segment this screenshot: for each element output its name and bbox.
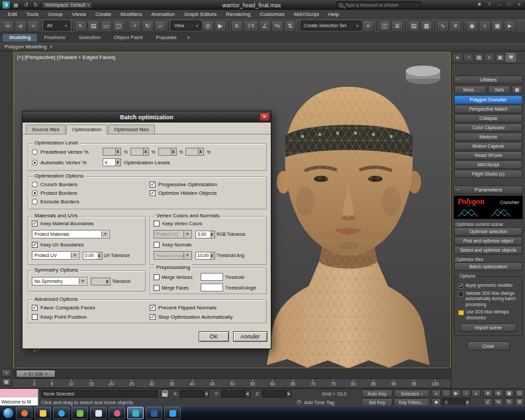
previous-frame-icon[interactable]: ‹	[442, 390, 451, 397]
tab-populate[interactable]: Populate	[149, 34, 183, 42]
pick-and-optimize-button[interactable]: Pick and optimize object	[454, 236, 522, 245]
menu-group[interactable]: Group	[43, 11, 67, 17]
merge-vertices-input[interactable]	[201, 273, 223, 281]
optimize-hidden-checkbox[interactable]	[150, 190, 156, 196]
dialog-close-icon[interactable]: ×	[260, 113, 269, 121]
menu-views[interactable]: Views	[68, 11, 91, 17]
dialog-titlebar[interactable]: Batch optimization ×	[23, 111, 271, 123]
spinner[interactable]	[144, 148, 149, 156]
utility-measure[interactable]: Measure	[454, 132, 522, 141]
select-and-link-icon[interactable]: ∞	[2, 20, 14, 32]
spinner[interactable]	[116, 158, 121, 166]
spinner[interactable]	[105, 278, 111, 286]
predefined-value-3[interactable]	[158, 148, 171, 156]
sets-button[interactable]: Sets	[488, 85, 510, 94]
save-icon[interactable]: ▦	[12, 3, 20, 8]
3dsmax-taskbar-icon[interactable]	[127, 407, 144, 419]
menu-create[interactable]: Create	[91, 11, 116, 17]
media-player-icon[interactable]	[53, 407, 70, 419]
render-production-icon[interactable]: ►	[504, 20, 516, 32]
more-button[interactable]: More...	[454, 85, 487, 94]
menu-graph-editors[interactable]: Graph Editors	[179, 11, 221, 17]
x-coordinate-input[interactable]	[183, 392, 204, 396]
window-crossing-icon[interactable]: ◫	[113, 20, 124, 32]
x-coordinate-field[interactable]	[180, 390, 209, 397]
keep-point-position-checkbox[interactable]	[32, 314, 38, 320]
material-editor-icon[interactable]: ◉	[466, 20, 478, 32]
validate-dialogs-row[interactable]: Validate 3DS Max dialogs automatically d…	[458, 291, 518, 307]
symmetry-tolerance-input[interactable]	[91, 278, 107, 286]
keep-normals-checkbox[interactable]	[154, 242, 160, 248]
time-slider-next-icon[interactable]: ►	[45, 372, 48, 376]
cancel-button[interactable]: Annuler	[233, 331, 267, 342]
utility-flight-studio[interactable]: Flight Studio (c)	[454, 170, 522, 178]
protect-vc-dropdown[interactable]: Protect VC	[154, 230, 192, 238]
utilities-config-icon[interactable]: ▦	[512, 85, 522, 94]
prevent-flipped-normals-checkbox[interactable]	[150, 305, 156, 311]
redo-icon[interactable]: ↻	[32, 3, 40, 8]
select-and-optimize-button[interactable]: Select and optimize objects	[454, 246, 522, 254]
maximize-icon[interactable]: □	[505, 2, 513, 7]
selection-filter-dropdown[interactable]: All	[44, 21, 70, 30]
reference-coordinate-dropdown[interactable]: View	[171, 21, 201, 30]
use-bitmaps-row[interactable]: Use 3DS Max bitmaps directories	[458, 309, 518, 321]
select-and-move-icon[interactable]: +	[129, 20, 141, 32]
utility-perspective-match[interactable]: Perspective Match	[454, 105, 522, 113]
keep-material-checkbox[interactable]	[32, 221, 38, 227]
menu-rendering[interactable]: Rendering	[221, 11, 255, 17]
current-frame-input[interactable]	[445, 400, 465, 405]
menu-edit[interactable]: Edit	[3, 11, 22, 17]
predefined-vertex-radio[interactable]	[32, 149, 38, 155]
key-mode-dropdown[interactable]: Selected	[394, 390, 430, 397]
image-viewer-icon[interactable]	[72, 407, 88, 419]
polygon-modeling-bar[interactable]: Polygon Modeling ▾	[0, 42, 525, 52]
rectangular-selection-region-icon[interactable]: ▭	[100, 20, 112, 32]
go-to-start-icon[interactable]: «	[432, 390, 441, 397]
mini-curve-editor-icon[interactable]: ∿	[1, 369, 11, 377]
mini-dope-sheet-icon[interactable]: ▦	[1, 378, 11, 386]
named-selection-set-dropdown[interactable]: Create Selection Set	[301, 21, 361, 30]
tab-freeform[interactable]: Freeform	[37, 34, 72, 42]
viewport-label[interactable]: [+] [Perspective] [Shaded + Edged Faces]	[17, 54, 115, 60]
play-animation-icon[interactable]: ▶	[452, 390, 461, 397]
apply-modifier-checkbox[interactable]	[458, 284, 463, 289]
selection-status-field[interactable]: None Selected	[41, 390, 158, 397]
favor-compact-faces-checkbox[interactable]	[32, 305, 38, 311]
edit-named-selection-sets-icon[interactable]: ≡	[362, 20, 374, 32]
spinner-snap-icon[interactable]: ⇅	[284, 20, 296, 32]
zoom-extents-icon[interactable]: ▣	[504, 390, 514, 397]
utility-motion-capture[interactable]: Motion Capture	[454, 142, 522, 150]
tab-modeling[interactable]: Modeling	[3, 34, 37, 42]
utility-collapse[interactable]: Collapse	[454, 114, 522, 123]
zoom-all-icon[interactable]: ⊛	[494, 390, 503, 397]
merge-faces-checkbox[interactable]	[154, 285, 160, 291]
protect-uv-dropdown[interactable]: Protect UV	[32, 251, 79, 260]
spinner[interactable]	[210, 252, 215, 260]
align-icon[interactable]: ≣	[391, 20, 403, 32]
start-button[interactable]	[3, 407, 14, 419]
paint-icon[interactable]	[109, 407, 125, 419]
hierarchy-tab-icon[interactable]: ▦	[474, 53, 484, 62]
select-and-manipulate-icon[interactable]: ▶	[215, 20, 226, 32]
utilities-tab-icon[interactable]: ⚒	[506, 53, 516, 62]
z-coordinate-field[interactable]	[262, 390, 291, 397]
crunch-borders-radio[interactable]	[32, 182, 38, 187]
predefined-value-4[interactable]	[185, 148, 199, 156]
spinner[interactable]	[171, 148, 177, 156]
layer-manager-icon[interactable]: ▤	[408, 20, 420, 32]
menu-help[interactable]: Help	[324, 11, 344, 17]
keyboard-shortcut-override-icon[interactable]: K	[231, 20, 243, 32]
favorites-icon[interactable]: ★	[475, 2, 483, 7]
y-spinner[interactable]	[245, 391, 250, 397]
schematic-view-icon[interactable]: #	[450, 20, 461, 32]
macro-recorder-field[interactable]	[0, 389, 38, 397]
create-tab-icon[interactable]: ▸	[453, 53, 463, 62]
z-spinner[interactable]	[286, 391, 291, 397]
exclude-borders-radio[interactable]	[32, 199, 38, 205]
parameters-rollout-header[interactable]: − Parameters	[453, 185, 523, 194]
percent-snap-icon[interactable]: %	[271, 20, 283, 32]
use-pivot-point-icon[interactable]: ◎	[202, 20, 214, 32]
unlink-selection-icon[interactable]: ⌀	[15, 20, 26, 32]
menu-maxscript[interactable]: MAXScript	[289, 11, 324, 17]
ok-button[interactable]: OK	[199, 331, 229, 342]
